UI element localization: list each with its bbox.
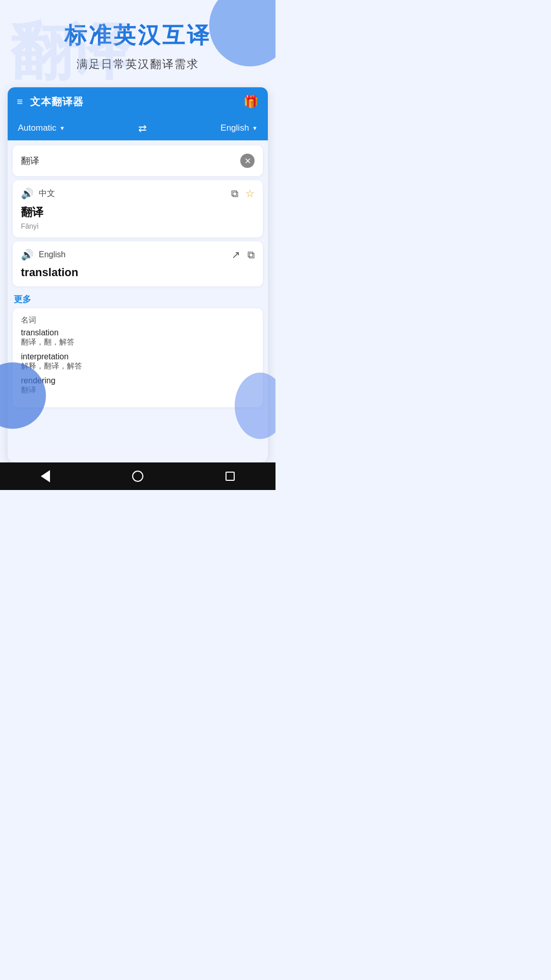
- source-lang-dropdown-icon: ▼: [60, 125, 65, 131]
- target-lang-dropdown-icon: ▼: [252, 125, 258, 131]
- pinyin-text: Fānyì: [21, 222, 255, 230]
- english-result-card: 🔊 English ↗ ⧉ translation: [13, 241, 263, 286]
- english-lang-label: English: [39, 250, 65, 259]
- swap-languages-button[interactable]: ⇄: [138, 122, 147, 134]
- english-speaker-icon[interactable]: 🔊: [21, 249, 34, 261]
- copy-english-icon[interactable]: ⧉: [247, 249, 255, 261]
- gift-icon[interactable]: 🎁: [243, 94, 259, 109]
- more-item-3-word: rendering: [21, 376, 255, 385]
- more-item-3-meaning: 翻译: [21, 385, 255, 395]
- language-bar: Automatic ▼ ⇄ English ▼: [8, 116, 268, 140]
- clear-icon: ✕: [244, 156, 251, 166]
- toolbar-title: 文本翻译器: [30, 95, 84, 109]
- english-result-text: translation: [21, 266, 255, 279]
- target-language-selector[interactable]: English ▼: [220, 123, 258, 133]
- background-watermark: 翻译: [10, 20, 128, 82]
- nav-home-button[interactable]: [132, 471, 143, 482]
- more-section: 更多 名词 translation 翻译，翻，解答 interpretation…: [8, 290, 268, 409]
- app-toolbar: ≡ 文本翻译器 🎁: [8, 87, 268, 116]
- more-label: 更多: [13, 293, 263, 305]
- bottom-navigation: [0, 462, 276, 490]
- chinese-result-text: 翻译: [21, 205, 255, 220]
- source-language-selector[interactable]: Automatic ▼: [18, 123, 65, 133]
- nav-recents-button[interactable]: [226, 472, 235, 481]
- input-text: 翻译: [21, 155, 240, 167]
- app-card: ≡ 文本翻译器 🎁 Automatic ▼ ⇄ English ▼ 翻译 ✕: [8, 87, 268, 462]
- clear-button[interactable]: ✕: [240, 154, 255, 168]
- more-item-1-meaning: 翻译，翻，解答: [21, 337, 255, 347]
- more-item-1-word: translation: [21, 328, 255, 337]
- more-card: 名词 translation 翻译，翻，解答 interpretation 解释…: [13, 308, 263, 407]
- more-item-2: interpretation 解释，翻译，解答: [21, 352, 255, 371]
- target-language-label: English: [220, 123, 249, 133]
- more-item-3: rendering 翻译: [21, 376, 255, 395]
- chinese-speaker-icon[interactable]: 🔊: [21, 187, 34, 200]
- chinese-result-card: 🔊 中文 ⧉ ☆ 翻译 Fānyì: [13, 180, 263, 237]
- favorite-icon[interactable]: ☆: [245, 187, 255, 200]
- more-item-2-word: interpretation: [21, 352, 255, 361]
- menu-icon[interactable]: ≡: [17, 96, 23, 107]
- more-item-1: translation 翻译，翻，解答: [21, 328, 255, 347]
- chinese-lang-label: 中文: [39, 188, 55, 199]
- input-section[interactable]: 翻译 ✕: [13, 145, 263, 176]
- source-language-label: Automatic: [18, 123, 57, 133]
- external-link-icon[interactable]: ↗: [232, 249, 240, 261]
- noun-label: 名词: [21, 315, 255, 325]
- copy-chinese-icon[interactable]: ⧉: [231, 188, 238, 200]
- more-item-2-meaning: 解释，翻译，解答: [21, 361, 255, 371]
- nav-back-button[interactable]: [41, 470, 50, 482]
